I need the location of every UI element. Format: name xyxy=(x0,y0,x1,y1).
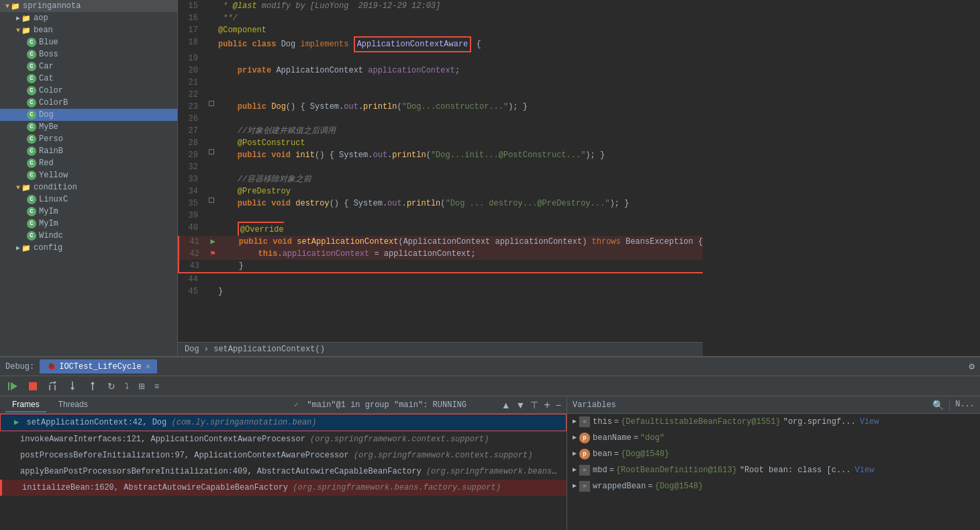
var-item-wrappedbean[interactable]: ▶ = wrappedBean = {Dog@1548} xyxy=(567,478,980,494)
step-into-button[interactable] xyxy=(64,380,81,393)
line-content: public void setApplicationContext(Applic… xyxy=(219,236,703,248)
sidebar-item-rainb[interactable]: C RainB xyxy=(0,145,177,157)
frame-item-2[interactable]: postProcessBeforeInitialization:97, Appl… xyxy=(0,447,567,463)
thread-running-label: "main"@1 in group "main": RUNNING xyxy=(307,400,495,410)
sidebar-item-myim2[interactable]: C MyIm xyxy=(0,218,177,230)
sidebar-item-label: LinuxC xyxy=(39,195,68,204)
sidebar-item-label: Perso xyxy=(39,134,63,144)
code-line-33: 33 //容器移除对象之前 xyxy=(178,173,703,185)
code-line-45: 45 } xyxy=(178,285,703,298)
var-item-beanname[interactable]: ▶ p beanName = "dog" xyxy=(567,430,980,446)
sidebar-item-dog[interactable]: C Dog xyxy=(0,109,177,121)
frame-item-4[interactable]: initializeBean:1620, AbstractAutowireCap… xyxy=(0,480,567,496)
sidebar-item-springannota[interactable]: ▼ 📁 springannota xyxy=(0,0,177,12)
code-line-16: 16 **/ xyxy=(178,12,703,24)
debug-panel: Debug: 🐞 IOCTest_LifeCycle ✕ ⚙ xyxy=(0,356,980,530)
sidebar-item-config[interactable]: ▶ 📁 config xyxy=(0,242,177,254)
thread-filter-button[interactable]: ⊤ xyxy=(530,400,538,410)
class-icon: C xyxy=(27,86,36,95)
line-number: 26 xyxy=(178,113,205,125)
sidebar-item-color[interactable]: C Color xyxy=(0,85,177,97)
frame-text: initializeBean:1620, AbstractAutowireCap… xyxy=(22,483,293,492)
sidebar-item-red[interactable]: C Red xyxy=(0,157,177,169)
line-content: @Override xyxy=(218,222,703,236)
stop-button[interactable] xyxy=(26,380,40,392)
sidebar-item-car[interactable]: C Car xyxy=(0,60,177,73)
code-line-15: 15 * @last modify by [LuoYong 2019-12-29… xyxy=(178,0,703,12)
sidebar-item-perso[interactable]: C Perso xyxy=(0,133,177,145)
sidebar-item-myim1[interactable]: C MyIm xyxy=(0,206,177,218)
view-link[interactable]: View xyxy=(860,416,879,428)
sidebar-item-condition[interactable]: ▼ 📁 condition xyxy=(0,181,177,193)
sidebar-item-mybe[interactable]: C MyBe xyxy=(0,121,177,133)
force-step-button[interactable]: ⤵ xyxy=(122,380,132,392)
sidebar-item-boss[interactable]: C Boss xyxy=(0,48,177,60)
svg-marker-7 xyxy=(70,388,75,390)
code-line-28: 28 @PostConstruct xyxy=(178,137,703,149)
resume-button[interactable] xyxy=(5,380,21,393)
var-item-mbd[interactable]: ▶ = mbd = {RootBeanDefinition@1613} "Roo… xyxy=(567,462,980,478)
frames-tab[interactable]: Frames xyxy=(5,398,46,412)
play-icon: ▶ xyxy=(14,418,19,427)
line-content: public Dog() { System.out.println("Dog..… xyxy=(218,101,703,113)
var-value: {Dog@1548} xyxy=(654,480,703,492)
sidebar-item-aop[interactable]: ▶ 📁 aop xyxy=(0,12,177,24)
variables-more-label: N... xyxy=(955,400,975,410)
var-value: {RootBeanDefinition@1613} xyxy=(616,464,737,476)
var-eq: = xyxy=(614,416,619,428)
class-icon: C xyxy=(27,159,36,168)
run-to-cursor-button[interactable]: ↻ xyxy=(105,380,118,393)
thread-add-button[interactable]: + xyxy=(544,399,550,411)
step-out-button[interactable] xyxy=(85,380,101,393)
line-gutter: ▶ xyxy=(206,236,219,248)
debug-session-tab[interactable]: 🐞 IOCTest_LifeCycle ✕ xyxy=(40,359,157,373)
folder-icon: 📁 xyxy=(21,244,31,253)
frame-item-3[interactable]: applyBeanPostProcessorsBeforeInitializat… xyxy=(0,463,567,480)
step-over-button[interactable] xyxy=(44,380,60,393)
frame-package: (org.springframework.beans.factory.suppo… xyxy=(293,483,501,492)
line-number: 29 xyxy=(178,149,205,161)
var-icon-p: p xyxy=(579,433,590,443)
frame-item-1[interactable]: invokeAwareInterfaces:121, ApplicationCo… xyxy=(0,431,567,447)
folder-icon: 📁 xyxy=(21,26,31,35)
var-item-this[interactable]: ▶ = this = {DefaultListableBeanFactory@1… xyxy=(567,414,980,430)
code-line-40: 40 @Override xyxy=(178,222,703,236)
class-icon: C xyxy=(27,122,36,132)
thread-remove-button[interactable]: − xyxy=(556,400,561,410)
sidebar-item-windc[interactable]: C Windc xyxy=(0,230,177,242)
variables-search-button[interactable]: 🔍 xyxy=(932,400,944,410)
frame-text: postProcessBeforeInitialization:97, Appl… xyxy=(20,451,354,460)
mute-breakpoints-button[interactable]: ⊞ xyxy=(136,380,148,392)
thread-up-button[interactable]: ▲ xyxy=(501,400,511,410)
sidebar-item-label: Car xyxy=(39,62,54,71)
sidebar-item-label: MyIm xyxy=(39,207,58,216)
class-icon: C xyxy=(27,110,36,120)
line-number: 28 xyxy=(178,137,205,149)
sidebar-item-linuxc[interactable]: C LinuxC xyxy=(0,193,177,206)
frame-package: (com.ly.springannotation.bean) xyxy=(171,418,316,427)
view-breakpoints-button[interactable]: ≡ xyxy=(152,380,162,392)
folder-icon: 📁 xyxy=(11,2,20,11)
line-content: this.applicationContext = applicationCon… xyxy=(219,248,703,260)
view-link[interactable]: View xyxy=(855,464,875,476)
frame-package: (org.springframework.context.support) xyxy=(310,435,489,444)
class-icon: C xyxy=(27,146,36,156)
var-item-bean[interactable]: ▶ p bean = {Dog@1548} xyxy=(567,446,980,462)
sidebar-item-colorb[interactable]: C ColorB xyxy=(0,97,177,109)
sidebar-item-label: config xyxy=(34,243,62,253)
sidebar-item-yellow[interactable]: C Yellow xyxy=(0,169,177,181)
var-value: {Dog@1548} xyxy=(621,448,669,460)
sidebar-item-cat[interactable]: C Cat xyxy=(0,73,177,85)
line-content: @PostConstruct xyxy=(218,137,703,149)
close-icon[interactable]: ✕ xyxy=(146,361,150,371)
thread-down-button[interactable]: ▼ xyxy=(516,400,526,410)
frame-item-0[interactable]: ▶ setApplicationContext:42, Dog (com.ly.… xyxy=(0,414,567,431)
settings-icon[interactable]: ⚙ xyxy=(969,361,975,372)
threads-tab[interactable]: Threads xyxy=(52,398,95,412)
sidebar-item-label: Color xyxy=(39,86,63,95)
sidebar-item-blue[interactable]: C Blue xyxy=(0,36,177,48)
sidebar-item-bean[interactable]: ▼ 📁 bean xyxy=(0,24,177,36)
line-content: } xyxy=(218,285,703,298)
line-content: public void destroy() { System.out.print… xyxy=(218,197,703,210)
class-icon: C xyxy=(27,98,36,107)
